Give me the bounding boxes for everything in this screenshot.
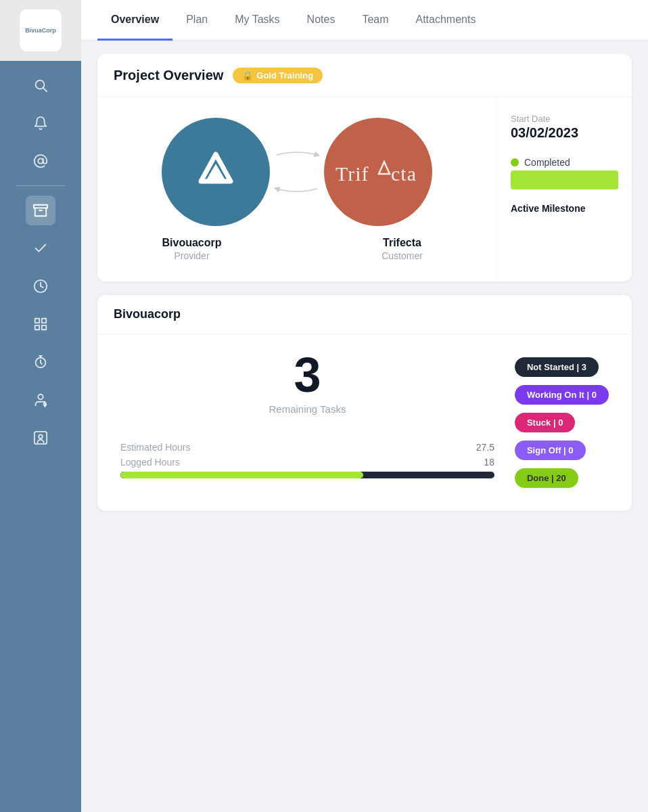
contact-icon[interactable]	[26, 423, 55, 453]
sidebar: BivuaCorp	[0, 0, 81, 812]
estimated-hours-label: Estimated Hours	[120, 442, 190, 453]
tab-team[interactable]: Team	[348, 0, 402, 41]
tasks-left-section: 3 Remaining Tasks Estimated Hours 27.5 L…	[114, 351, 501, 478]
bivouacorp-stats-card: Bivouacorp 3 Remaining Tasks Estimated H…	[97, 295, 632, 511]
bell-icon[interactable]	[26, 108, 55, 138]
estimated-hours-value: 27.5	[476, 442, 494, 453]
company-labels-row: Bivouacorp Provider Trifecta Customer	[114, 237, 480, 261]
arrow-right	[273, 148, 321, 162]
logos-row: Trif cta	[162, 118, 432, 226]
arrows-spacer	[270, 237, 324, 261]
lock-icon: 🔒	[242, 70, 253, 81]
arrow-left	[273, 182, 321, 196]
bivouacorp-circle	[162, 118, 270, 226]
check-icon[interactable]	[26, 233, 55, 263]
start-date-block: Start Date 03/02/2023	[511, 114, 618, 141]
svg-rect-7	[42, 319, 46, 323]
green-progress-bar	[511, 171, 618, 189]
top-nav: Overview Plan My Tasks Notes Team Attach…	[81, 0, 648, 41]
project-overview-header: Project Overview 🔒 Gold Training	[97, 54, 632, 97]
trifecta-name: Trifecta	[324, 237, 480, 249]
project-overview-title: Project Overview	[114, 68, 223, 83]
status-badge-not-started[interactable]: Not Started | 3	[515, 357, 599, 377]
completed-label: Completed	[524, 157, 570, 168]
svg-text:Trif: Trif	[335, 162, 369, 185]
status-badge-sign-off[interactable]: Sign Off | 0	[515, 441, 586, 460]
remaining-tasks-count: 3	[294, 351, 321, 399]
stats-card-header: Bivouacorp	[97, 295, 632, 334]
completed-row: Completed	[511, 157, 618, 168]
project-overview-card: Project Overview 🔒 Gold Training	[97, 54, 632, 281]
trifecta-label: Trifecta Customer	[324, 237, 480, 261]
content-area: Project Overview 🔒 Gold Training	[81, 41, 648, 812]
status-badge-done[interactable]: Done | 20	[515, 468, 578, 488]
project-overview-body: Trif cta Bivouacorp Provider	[97, 97, 632, 281]
logo: BivuaCorp	[20, 9, 62, 51]
svg-point-2	[38, 158, 43, 163]
at-icon[interactable]	[26, 146, 55, 176]
project-info-section: Start Date 03/02/2023 Completed Active M…	[496, 97, 632, 281]
main-content: Overview Plan My Tasks Notes Team Attach…	[81, 0, 648, 812]
progress-bar-fill	[120, 472, 363, 478]
active-milestone-block: Active Milestone	[511, 200, 618, 214]
project-logos-section: Trif cta Bivouacorp Provider	[97, 97, 496, 281]
clock-icon[interactable]	[26, 271, 55, 301]
logged-hours-value: 18	[484, 457, 494, 468]
svg-line-1	[43, 88, 47, 91]
tab-my-tasks[interactable]: My Tasks	[221, 0, 293, 41]
gold-training-badge[interactable]: 🔒 Gold Training	[233, 68, 323, 83]
completed-block: Completed	[511, 152, 618, 189]
svg-marker-20	[379, 162, 390, 174]
tab-attachments[interactable]: Attachments	[402, 0, 490, 41]
svg-point-16	[39, 434, 43, 438]
status-badge-stuck[interactable]: Stuck | 0	[515, 413, 576, 432]
bivouacorp-role: Provider	[114, 250, 270, 261]
stats-body: 3 Remaining Tasks Estimated Hours 27.5 L…	[97, 334, 632, 511]
hours-section: Estimated Hours 27.5 Logged Hours 18	[114, 442, 501, 478]
active-milestone-label: Active Milestone	[511, 203, 618, 214]
trifecta-role: Customer	[324, 250, 480, 261]
svg-rect-9	[42, 325, 46, 330]
badge-label: Gold Training	[256, 70, 313, 81]
svg-rect-8	[35, 325, 39, 330]
start-date-label: Start Date	[511, 114, 618, 124]
svg-rect-6	[35, 319, 39, 323]
svg-point-11	[38, 394, 43, 399]
widget-icon[interactable]	[26, 309, 55, 339]
search-icon[interactable]	[26, 70, 55, 100]
status-badges-section: Not Started | 3 Working On It | 0 Stuck …	[501, 351, 616, 495]
svg-rect-3	[34, 205, 47, 208]
status-badge-working-on-it[interactable]: Working On It | 0	[515, 385, 609, 405]
sidebar-divider-1	[16, 185, 65, 186]
estimated-hours-row: Estimated Hours 27.5	[120, 442, 494, 453]
trifecta-circle: Trif cta	[324, 118, 432, 226]
start-date-value: 03/02/2023	[511, 125, 618, 141]
user-settings-icon[interactable]	[26, 385, 55, 415]
archive-icon[interactable]	[26, 196, 55, 225]
bivouacorp-label: Bivouacorp Provider	[114, 237, 270, 261]
tab-overview[interactable]: Overview	[97, 0, 172, 41]
logged-hours-row: Logged Hours 18	[120, 457, 494, 468]
remaining-tasks-label: Remaining Tasks	[269, 403, 346, 415]
timer-icon[interactable]	[26, 347, 55, 377]
green-dot	[511, 158, 519, 166]
tab-notes[interactable]: Notes	[294, 0, 349, 41]
progress-bar-container	[120, 472, 494, 478]
sidebar-logo-area: BivuaCorp	[0, 0, 81, 61]
logged-hours-label: Logged Hours	[120, 457, 180, 468]
tab-plan[interactable]: Plan	[172, 0, 221, 41]
bivouacorp-name: Bivouacorp	[114, 237, 270, 249]
svg-text:cta: cta	[391, 162, 417, 185]
stats-card-title: Bivouacorp	[114, 307, 616, 321]
arrows-between	[270, 148, 324, 196]
